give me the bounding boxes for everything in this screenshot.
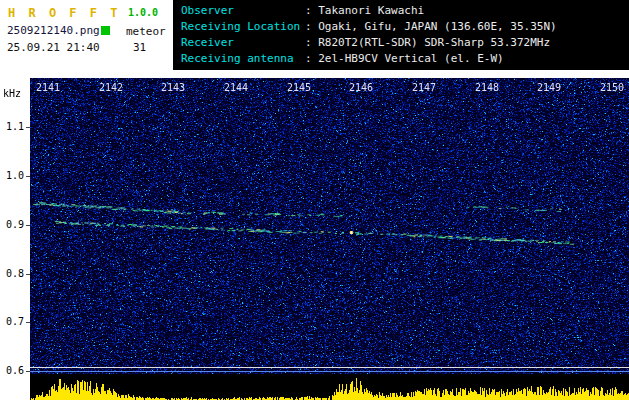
y-axis-tick: 0.9 [0,219,24,230]
x-axis-tick: 2145 [284,82,314,93]
info-value: : 2el-HB9CV Vertical (el. E-W) [305,51,504,67]
signal-level-canvas [30,374,629,400]
app-title: H R O F F T [8,6,120,20]
info-row-receiver: Receiver : R820T2(RTL-SDR) SDR-Sharp 53.… [173,35,629,51]
x-axis-tick: 2147 [409,82,439,93]
info-value: : Takanori Kawachi [305,3,424,19]
x-axis-tick: 2143 [158,82,188,93]
y-axis-tickmark [26,371,30,372]
x-axis-tick: 2142 [96,82,126,93]
x-axis-tick: 2146 [346,82,376,93]
y-axis-tickmark [26,127,30,128]
info-row-observer: Observer : Takanori Kawachi [173,3,629,19]
info-label: Observer [181,3,305,19]
output-filename: 2509212140.png [7,24,100,37]
info-label: Receiving Location [181,19,305,35]
timestamp-label: 25.09.21 21:40 [7,41,100,54]
y-axis-tickmark [26,322,30,323]
info-value: : Ogaki, Gifu, JAPAN (136.60E, 35.35N) [305,19,557,35]
info-row-location: Receiving Location : Ogaki, Gifu, JAPAN … [173,19,629,35]
app-version: 1.0.0 [128,7,158,18]
y-axis-tickmark [26,225,30,226]
info-row-antenna: Receiving antenna : 2el-HB9CV Vertical (… [173,51,629,67]
info-label: Receiver [181,35,305,51]
y-axis-tick: 0.8 [0,268,24,279]
y-axis-tickmark [26,176,30,177]
y-axis-tick: 0.7 [0,316,24,327]
recording-status-indicator [101,26,110,35]
x-axis-tick: 2149 [534,82,564,93]
info-value: : R820T2(RTL-SDR) SDR-Sharp 53.372MHz [305,35,550,51]
observer-info-panel: Observer : Takanori Kawachi Receiving Lo… [173,0,629,70]
y-axis-tick: 1.1 [0,121,24,132]
hrofft-window: H R O F F T 1.0.0 2509212140.png meteor … [0,0,629,400]
mode-label: meteor [126,25,166,38]
y-axis-tick: 1.0 [0,170,24,181]
y-axis-tickmark [26,274,30,275]
y-axis-unit: kHz [3,88,21,99]
x-axis-tick: 2148 [472,82,502,93]
x-axis-tick: 2144 [221,82,251,93]
echo-count: 31 [133,41,146,54]
spectrogram-canvas [30,78,629,374]
x-axis-tick: 2141 [33,82,63,93]
info-label: Receiving antenna [181,51,305,67]
x-axis-tick: 2150 [597,82,627,93]
y-axis-tick: 0.6 [0,365,24,376]
